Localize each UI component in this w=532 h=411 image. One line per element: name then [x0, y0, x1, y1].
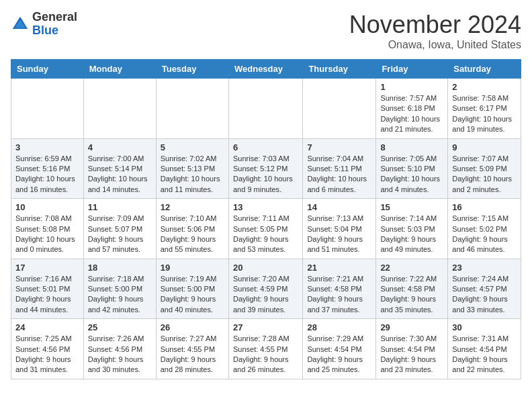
day-of-week-header: Sunday	[11, 60, 84, 79]
calendar-cell: 19Sunrise: 7:19 AM Sunset: 5:00 PM Dayli…	[156, 259, 228, 319]
day-number: 27	[233, 322, 298, 332]
calendar-cell: 27Sunrise: 7:28 AM Sunset: 4:55 PM Dayli…	[228, 319, 302, 379]
day-info: Sunrise: 7:20 AM Sunset: 4:59 PM Dayligh…	[233, 274, 298, 316]
logo-general-text: General	[32, 10, 77, 24]
day-of-week-header: Tuesday	[156, 60, 228, 79]
calendar-cell: 20Sunrise: 7:20 AM Sunset: 4:59 PM Dayli…	[228, 259, 302, 319]
calendar-cell: 5Sunrise: 7:02 AM Sunset: 5:13 PM Daylig…	[156, 138, 228, 199]
day-number: 5	[161, 142, 224, 152]
day-info: Sunrise: 7:07 AM Sunset: 5:09 PM Dayligh…	[452, 154, 517, 195]
day-info: Sunrise: 7:19 AM Sunset: 5:00 PM Dayligh…	[161, 274, 224, 316]
calendar-cell: 16Sunrise: 7:15 AM Sunset: 5:02 PM Dayli…	[448, 199, 521, 259]
location: Onawa, Iowa, United States	[349, 39, 521, 51]
calendar-cell: 11Sunrise: 7:09 AM Sunset: 5:07 PM Dayli…	[83, 199, 156, 259]
day-number: 14	[307, 202, 371, 212]
day-info: Sunrise: 7:16 AM Sunset: 5:01 PM Dayligh…	[15, 274, 79, 316]
day-info: Sunrise: 7:57 AM Sunset: 6:18 PM Dayligh…	[380, 93, 443, 135]
day-number: 19	[161, 263, 224, 273]
day-info: Sunrise: 7:18 AM Sunset: 5:00 PM Dayligh…	[88, 274, 152, 316]
day-number: 28	[307, 322, 371, 332]
day-number: 23	[452, 263, 517, 273]
calendar-cell: 10Sunrise: 7:08 AM Sunset: 5:08 PM Dayli…	[11, 199, 84, 259]
day-number: 26	[161, 322, 224, 332]
day-of-week-header: Thursday	[303, 60, 376, 79]
day-of-week-header: Wednesday	[228, 60, 302, 79]
calendar-body: 1Sunrise: 7:57 AM Sunset: 6:18 PM Daylig…	[11, 79, 521, 379]
calendar-cell: 1Sunrise: 7:57 AM Sunset: 6:18 PM Daylig…	[376, 79, 448, 139]
day-info: Sunrise: 7:26 AM Sunset: 4:56 PM Dayligh…	[88, 334, 152, 375]
day-info: Sunrise: 7:14 AM Sunset: 5:03 PM Dayligh…	[380, 214, 443, 255]
calendar-cell: 6Sunrise: 7:03 AM Sunset: 5:12 PM Daylig…	[228, 138, 302, 199]
calendar-week-row: 3Sunrise: 6:59 AM Sunset: 5:16 PM Daylig…	[11, 138, 521, 199]
page-header: General Blue November 2024 Onawa, Iowa, …	[11, 11, 521, 51]
calendar-cell: 17Sunrise: 7:16 AM Sunset: 5:01 PM Dayli…	[11, 259, 84, 319]
day-info: Sunrise: 7:11 AM Sunset: 5:05 PM Dayligh…	[233, 214, 298, 255]
day-of-week-header: Saturday	[448, 60, 521, 79]
day-number: 13	[233, 202, 298, 212]
day-number: 2	[452, 82, 517, 92]
title-block: November 2024 Onawa, Iowa, United States	[349, 11, 521, 51]
day-number: 10	[15, 202, 79, 212]
calendar-cell: 29Sunrise: 7:30 AM Sunset: 4:54 PM Dayli…	[376, 319, 448, 379]
logo-blue-text: Blue	[32, 24, 58, 37]
day-info: Sunrise: 7:28 AM Sunset: 4:55 PM Dayligh…	[233, 334, 298, 375]
calendar-cell: 30Sunrise: 7:31 AM Sunset: 4:54 PM Dayli…	[448, 319, 521, 379]
calendar-cell: 22Sunrise: 7:22 AM Sunset: 4:58 PM Dayli…	[376, 259, 448, 319]
calendar-cell: 8Sunrise: 7:05 AM Sunset: 5:10 PM Daylig…	[376, 138, 448, 199]
calendar-cell: 24Sunrise: 7:25 AM Sunset: 4:56 PM Dayli…	[11, 319, 84, 379]
calendar-week-row: 10Sunrise: 7:08 AM Sunset: 5:08 PM Dayli…	[11, 199, 521, 259]
month-title: November 2024	[349, 11, 521, 39]
calendar-week-row: 1Sunrise: 7:57 AM Sunset: 6:18 PM Daylig…	[11, 79, 521, 139]
day-info: Sunrise: 7:22 AM Sunset: 4:58 PM Dayligh…	[380, 274, 443, 316]
calendar-cell: 13Sunrise: 7:11 AM Sunset: 5:05 PM Dayli…	[228, 199, 302, 259]
day-of-week-header: Monday	[83, 60, 156, 79]
calendar-cell	[83, 79, 156, 139]
calendar-cell: 23Sunrise: 7:24 AM Sunset: 4:57 PM Dayli…	[448, 259, 521, 319]
day-number: 3	[15, 142, 79, 152]
day-info: Sunrise: 7:03 AM Sunset: 5:12 PM Dayligh…	[233, 154, 298, 195]
day-info: Sunrise: 7:29 AM Sunset: 4:54 PM Dayligh…	[307, 334, 371, 375]
day-of-week-header: Friday	[376, 60, 448, 79]
day-number: 8	[380, 142, 443, 152]
day-number: 15	[380, 202, 443, 212]
calendar-table: SundayMondayTuesdayWednesdayThursdayFrid…	[11, 59, 521, 379]
day-info: Sunrise: 7:05 AM Sunset: 5:10 PM Dayligh…	[380, 154, 443, 195]
days-of-week-row: SundayMondayTuesdayWednesdayThursdayFrid…	[11, 60, 521, 79]
calendar-header: SundayMondayTuesdayWednesdayThursdayFrid…	[11, 60, 521, 79]
day-number: 30	[452, 322, 517, 332]
calendar-cell	[11, 79, 84, 139]
calendar-cell: 18Sunrise: 7:18 AM Sunset: 5:00 PM Dayli…	[83, 259, 156, 319]
day-info: Sunrise: 7:00 AM Sunset: 5:14 PM Dayligh…	[88, 154, 152, 195]
day-info: Sunrise: 7:27 AM Sunset: 4:55 PM Dayligh…	[161, 334, 224, 375]
calendar-cell: 28Sunrise: 7:29 AM Sunset: 4:54 PM Dayli…	[303, 319, 376, 379]
calendar-cell: 4Sunrise: 7:00 AM Sunset: 5:14 PM Daylig…	[83, 138, 156, 199]
day-info: Sunrise: 7:10 AM Sunset: 5:06 PM Dayligh…	[161, 214, 224, 255]
day-number: 12	[161, 202, 224, 212]
day-number: 11	[88, 202, 152, 212]
calendar-cell: 3Sunrise: 6:59 AM Sunset: 5:16 PM Daylig…	[11, 138, 84, 199]
day-number: 22	[380, 263, 443, 273]
day-number: 4	[88, 142, 152, 152]
calendar-week-row: 17Sunrise: 7:16 AM Sunset: 5:01 PM Dayli…	[11, 259, 521, 319]
calendar-cell: 15Sunrise: 7:14 AM Sunset: 5:03 PM Dayli…	[376, 199, 448, 259]
day-number: 21	[307, 263, 371, 273]
calendar-cell: 2Sunrise: 7:58 AM Sunset: 6:17 PM Daylig…	[448, 79, 521, 139]
calendar-week-row: 24Sunrise: 7:25 AM Sunset: 4:56 PM Dayli…	[11, 319, 521, 379]
day-info: Sunrise: 6:59 AM Sunset: 5:16 PM Dayligh…	[15, 154, 79, 195]
logo: General Blue	[11, 11, 77, 38]
day-info: Sunrise: 7:30 AM Sunset: 4:54 PM Dayligh…	[380, 334, 443, 375]
day-number: 29	[380, 322, 443, 332]
day-info: Sunrise: 7:02 AM Sunset: 5:13 PM Dayligh…	[161, 154, 224, 195]
calendar-cell: 26Sunrise: 7:27 AM Sunset: 4:55 PM Dayli…	[156, 319, 228, 379]
day-number: 18	[88, 263, 152, 273]
day-number: 1	[380, 82, 443, 92]
logo-text: General Blue	[32, 11, 77, 38]
day-number: 25	[88, 322, 152, 332]
day-info: Sunrise: 7:24 AM Sunset: 4:57 PM Dayligh…	[452, 274, 517, 316]
day-info: Sunrise: 7:04 AM Sunset: 5:11 PM Dayligh…	[307, 154, 371, 195]
day-info: Sunrise: 7:13 AM Sunset: 5:04 PM Dayligh…	[307, 214, 371, 255]
calendar-cell: 7Sunrise: 7:04 AM Sunset: 5:11 PM Daylig…	[303, 138, 376, 199]
calendar-cell: 9Sunrise: 7:07 AM Sunset: 5:09 PM Daylig…	[448, 138, 521, 199]
day-number: 24	[15, 322, 79, 332]
day-number: 17	[15, 263, 79, 273]
